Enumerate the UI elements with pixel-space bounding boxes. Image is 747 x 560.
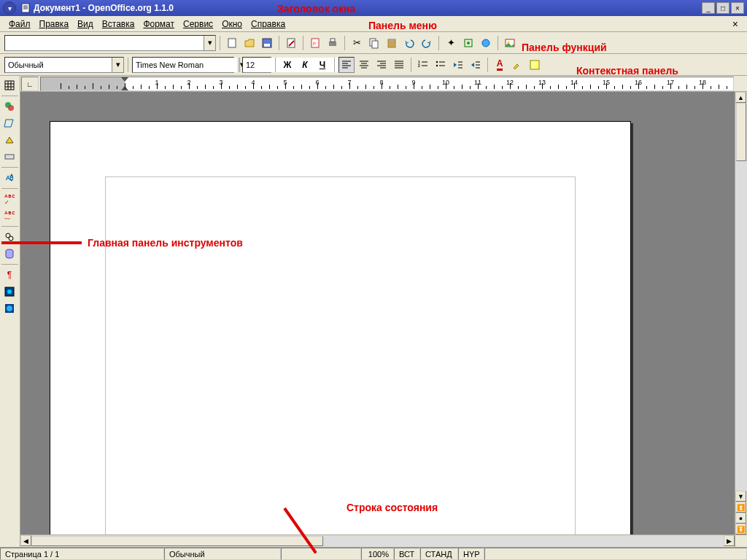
menu-format[interactable]: Формат	[139, 18, 179, 31]
align-right-button[interactable]	[374, 57, 390, 73]
scroll-track[interactable]	[735, 103, 747, 491]
page[interactable]	[50, 121, 631, 534]
menu-insert[interactable]: Вставка	[98, 18, 139, 31]
find-button[interactable]	[1, 229, 18, 245]
increase-indent-button[interactable]	[468, 57, 484, 73]
scroll-track[interactable]	[31, 535, 724, 547]
next-page-icon[interactable]: ⏬	[735, 524, 746, 534]
scroll-thumb[interactable]	[736, 103, 746, 161]
menu-file[interactable]: Файл	[4, 18, 35, 31]
numbered-list-button[interactable]: 12	[415, 57, 431, 73]
document-canvas[interactable]	[20, 92, 735, 534]
separator	[487, 58, 488, 72]
scroll-up-icon[interactable]: ▲	[735, 92, 746, 103]
insert-fields-button[interactable]	[1, 115, 18, 131]
status-style[interactable]: Обычный	[164, 548, 281, 560]
paragraph-style-combo[interactable]: ▾	[4, 57, 124, 73]
scroll-right-icon[interactable]: ▶	[724, 535, 735, 546]
gallery-button[interactable]	[502, 35, 518, 51]
bullet-list-button[interactable]	[433, 57, 449, 73]
draw-functions-button[interactable]	[1, 132, 18, 148]
ruler-corner[interactable]: ∟	[21, 77, 39, 91]
close-document-button[interactable]: ×	[728, 18, 743, 30]
horizontal-scrollbar[interactable]: ◀ ▶	[20, 534, 735, 547]
align-center-button[interactable]	[356, 57, 372, 73]
background-color-button[interactable]	[527, 57, 543, 73]
edit-doc-button[interactable]	[283, 35, 299, 51]
font-color-button[interactable]: A	[492, 57, 508, 73]
url-dropdown-icon[interactable]: ▾	[204, 36, 215, 50]
close-window-button[interactable]: ×	[731, 2, 744, 14]
font-name-combo[interactable]: ▾	[132, 57, 234, 73]
cut-button[interactable]: ✂	[349, 35, 365, 51]
nav-icon[interactable]: ●	[735, 513, 746, 524]
svg-point-58	[8, 105, 14, 111]
new-button[interactable]	[224, 35, 240, 51]
svg-point-41	[436, 61, 438, 62]
menu-help[interactable]: Справка	[247, 18, 290, 31]
insert-object-button[interactable]	[1, 98, 18, 114]
menu-tools[interactable]: Сервис	[179, 18, 217, 31]
status-page[interactable]: Страница 1 / 1	[0, 548, 164, 560]
status-extra	[484, 548, 747, 560]
scroll-left-icon[interactable]: ◀	[20, 535, 31, 546]
scroll-thumb[interactable]	[31, 536, 323, 546]
insert-table-button[interactable]	[1, 77, 18, 93]
url-input[interactable]	[5, 36, 204, 50]
menu-view[interactable]: Вид	[73, 18, 98, 31]
redo-button[interactable]	[419, 35, 435, 51]
underline-button[interactable]: Ч	[314, 57, 330, 73]
svg-rect-15	[390, 39, 394, 41]
undo-button[interactable]	[401, 35, 417, 51]
status-zoom[interactable]: 100%	[361, 548, 394, 560]
online-layout-button[interactable]	[1, 300, 18, 316]
separator	[411, 58, 411, 72]
separator	[498, 36, 498, 50]
graphics-button[interactable]	[1, 284, 18, 300]
bold-button[interactable]: Ж	[279, 57, 295, 73]
align-left-button[interactable]	[338, 57, 355, 73]
highlight-button[interactable]	[509, 57, 525, 73]
svg-point-61	[9, 236, 13, 241]
auto-spellcheck-button[interactable]: ᴀʙᴄ〰	[1, 208, 18, 224]
export-pdf-button[interactable]: P	[307, 35, 323, 51]
font-size-combo[interactable]: ▾	[242, 57, 271, 73]
maximize-button[interactable]: □	[716, 2, 729, 14]
scroll-down-icon[interactable]: ▼	[735, 491, 746, 502]
system-menu-button[interactable]: ▾	[3, 1, 16, 15]
svg-point-64	[7, 289, 12, 294]
autotext-button[interactable]: A₿	[1, 170, 18, 186]
save-button[interactable]	[259, 35, 275, 51]
menu-edit[interactable]: Правка	[35, 18, 74, 31]
menubar: Файл Правка Вид Вставка Формат Сервис Ок…	[0, 16, 747, 32]
stylist-button[interactable]	[460, 35, 476, 51]
horizontal-ruler[interactable]: 123456789101112131415161718	[40, 77, 734, 91]
copy-button[interactable]	[366, 35, 382, 51]
nonprinting-chars-button[interactable]: ¶	[1, 267, 18, 283]
url-combo[interactable]: ▾	[4, 35, 216, 51]
decrease-indent-button[interactable]	[450, 57, 466, 73]
spellcheck-button[interactable]: ᴀʙᴄ✓	[1, 191, 18, 207]
minimize-button[interactable]: _	[702, 2, 715, 14]
prev-page-icon[interactable]: ⏫	[735, 502, 746, 513]
font-name-input[interactable]	[133, 58, 239, 72]
form-controls-button[interactable]	[1, 149, 18, 165]
paste-button[interactable]	[384, 35, 400, 51]
status-hyphenation[interactable]: HYP	[458, 548, 484, 560]
data-sources-button[interactable]	[1, 246, 18, 262]
navigator-button[interactable]: ✦	[443, 35, 459, 51]
status-selection-mode[interactable]: СТАНД	[420, 548, 458, 560]
dropdown-icon[interactable]: ▾	[112, 58, 123, 72]
separator	[279, 36, 279, 50]
status-insert-mode[interactable]: ВСТ	[394, 548, 420, 560]
align-justify-button[interactable]	[391, 57, 407, 73]
menu-window[interactable]: Окно	[217, 18, 247, 31]
open-button[interactable]	[241, 35, 258, 51]
page-text-area[interactable]	[105, 176, 576, 534]
svg-point-43	[436, 64, 438, 66]
hyperlink-button[interactable]	[478, 35, 494, 51]
print-button[interactable]	[325, 35, 341, 51]
italic-button[interactable]: К	[297, 57, 313, 73]
paragraph-style-input[interactable]	[5, 58, 112, 72]
vertical-scrollbar[interactable]: ▲ ▼ ⏫ ● ⏬	[735, 92, 747, 534]
